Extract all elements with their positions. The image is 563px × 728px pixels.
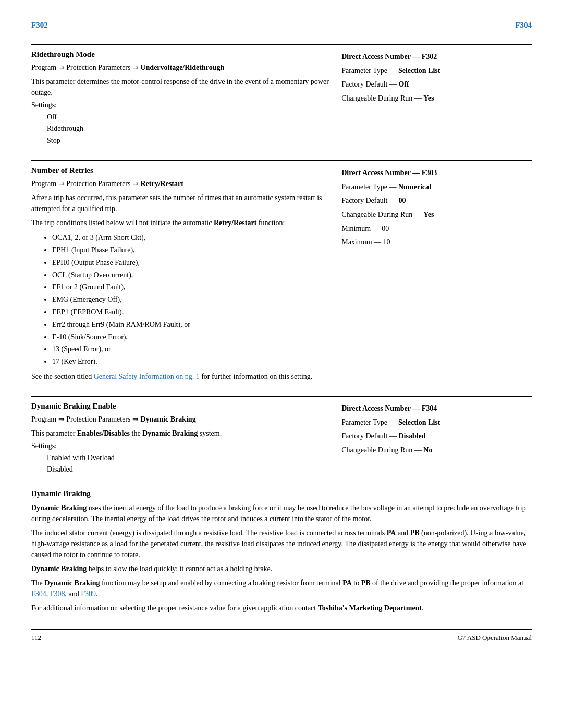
ridethrough-right: Direct Access Number — F302 Parameter Ty… (341, 50, 532, 150)
dbe-param-type: Parameter Type — Selection List (341, 416, 532, 430)
dbe-settings-label: Settings: (31, 442, 331, 450)
page: F302 F304 Ridethrough Mode Program ⇒ Pro… (0, 0, 563, 728)
direct-access-value-1: F302 (422, 53, 437, 60)
arrow-2a: ⇒ (58, 180, 67, 188)
direct-access-value-3: F304 (422, 404, 437, 412)
dbe-program: Program ⇒ Protection Parameters ⇒ Dynami… (31, 415, 331, 424)
changeable-label-3: Changeable During Run — (341, 446, 422, 454)
arrow-3b: ⇒ (132, 415, 141, 423)
dbe-settings: Enabled with Overload Disabled (47, 452, 331, 476)
changeable-label-2: Changeable During Run — (341, 211, 422, 218)
dbe-desc-prefix: This parameter (31, 429, 77, 437)
ridethrough-changeable: Changeable During Run — Yes (341, 92, 532, 106)
footer: 112 G7 ASD Operation Manual (31, 629, 532, 642)
db-comma2: , and (65, 590, 81, 598)
bullet-7: EEP1 (EEPROM Fault), (52, 306, 331, 318)
db-pb-2: PB (361, 579, 371, 587)
bullet-5: EF1 or 2 (Ground Fault), (52, 281, 331, 293)
arrow-1b: ⇒ (132, 64, 141, 71)
ridethrough-param-type: Parameter Type — Selection List (341, 64, 532, 78)
param-type-value-2: Numerical (398, 183, 431, 191)
db-text-4d: of the drive and providing the proper in… (371, 579, 524, 587)
db-para-3: Dynamic Braking helps to slow the load q… (31, 563, 532, 574)
see-section: See the section titled General Safety In… (31, 371, 331, 382)
bullet-3: EPH0 (Output Phase Failure), (52, 256, 331, 269)
db-text-1: uses the inertial energy of the load to … (31, 504, 526, 523)
retries-bullet-list: OCA1, 2, or 3 (Arm Short Ckt), EPH1 (Inp… (52, 231, 331, 368)
retries-desc1: After a trip has occurred, this paramete… (31, 192, 331, 214)
param-type-label-2: Parameter Type — (341, 183, 396, 191)
direct-access-label-3: Direct Access Number — (341, 404, 420, 412)
retries-maximum: Maximum — 10 (341, 236, 532, 250)
bullet-2: EPH1 (Input Phase Failure), (52, 244, 331, 256)
changeable-value-3: No (423, 446, 432, 454)
arrow-2b: ⇒ (132, 180, 141, 188)
retries-desc2-suffix: function: (256, 219, 285, 227)
link-f308[interactable]: F308 (50, 590, 65, 598)
direct-access-value-2: F303 (422, 169, 437, 177)
factory-default-label-1: Factory Default — (341, 80, 397, 88)
changeable-label-1: Changeable During Run — (341, 94, 422, 102)
ridethrough-desc: This parameter determines the motor-cont… (31, 76, 331, 98)
retries-right: Direct Access Number — F303 Parameter Ty… (341, 166, 532, 385)
db-period2: . (422, 604, 424, 612)
section-dynamic-braking-enable: Dynamic Braking Enable Program ⇒ Protect… (31, 396, 532, 479)
bullet-1: OCA1, 2, or 3 (Arm Short Ckt), (52, 231, 331, 244)
dynamic-braking-title: Dynamic Braking (31, 489, 532, 498)
top-nav: F302 F304 (31, 21, 532, 33)
retries-left: Number of Retries Program ⇒ Protection P… (31, 166, 331, 385)
manual-title: G7 ASD Operation Manual (457, 634, 532, 642)
setting-off: Off (47, 112, 331, 123)
ridethrough-settings-label: Settings: (31, 101, 331, 109)
dbe-direct-access: Direct Access Number — F304 (341, 402, 532, 416)
nav-f302[interactable]: F302 (31, 21, 48, 30)
factory-default-value-3: Disabled (398, 432, 425, 440)
dbe-bold: Dynamic Braking (140, 415, 195, 423)
bullet-8: Err2 through Err9 (Main RAM/ROM Fault), … (52, 318, 331, 331)
setting-ridethrough: Ridethrough (47, 123, 331, 134)
link-f309[interactable]: F309 (81, 590, 96, 598)
ridethrough-factory-default: Factory Default — Off (341, 78, 532, 92)
db-text-2a: The induced stator current (energy) is d… (31, 529, 387, 537)
param-type-value-3: Selection List (398, 418, 440, 426)
retries-program: Program ⇒ Protection Parameters ⇒ Retry/… (31, 179, 331, 188)
db-para-2: The induced stator current (energy) is d… (31, 527, 532, 560)
factory-default-value-1: Off (398, 80, 409, 88)
section-number-of-retries: Number of Retries Program ⇒ Protection P… (31, 160, 532, 385)
db-text-2b: and (396, 529, 410, 537)
db-para-1: Dynamic Braking uses the inertial energy… (31, 502, 532, 524)
arrow-3a: ⇒ (58, 415, 67, 423)
setting-stop: Stop (47, 135, 331, 146)
program-prefix-1: Program (31, 64, 56, 71)
see-section-suffix: for further information on this setting. (200, 373, 313, 380)
see-section-prefix: See the section titled (31, 373, 94, 380)
db-pa-1: PA (387, 529, 396, 537)
ridethrough-program: Program ⇒ Protection Parameters ⇒ Underv… (31, 63, 331, 72)
program-prefix-2: Program (31, 180, 56, 188)
retries-direct-access: Direct Access Number — F303 (341, 166, 532, 180)
db-text-5a: For additional information on selecting … (31, 604, 318, 612)
link-f304[interactable]: F304 (31, 590, 46, 598)
dbe-dynamic-braking: Dynamic Braking (142, 429, 198, 437)
db-text-4b: function may be setup and enabled by con… (100, 579, 342, 587)
dbe-title: Dynamic Braking Enable (31, 402, 331, 411)
minimum-value: 00 (382, 225, 389, 232)
dbe-right-info: Direct Access Number — F304 Parameter Ty… (341, 402, 532, 457)
nav-f304[interactable]: F304 (515, 21, 532, 30)
factory-default-label-2: Factory Default — (341, 196, 397, 204)
dbe-desc: This parameter Enables/Disables the Dyna… (31, 428, 331, 439)
ridethrough-bold: Undervoltage/Ridethrough (140, 64, 224, 71)
db-text-4a: The (31, 579, 44, 587)
ridethrough-left: Ridethrough Mode Program ⇒ Protection Pa… (31, 50, 331, 150)
protection-params-1: Protection Parameters (66, 64, 130, 71)
direct-access-label-2: Direct Access Number — (341, 169, 420, 177)
program-prefix-3: Program (31, 415, 56, 423)
bullet-4: OCL (Startup Overcurrent), (52, 269, 331, 281)
page-number: 112 (31, 634, 41, 642)
bullet-10: 13 (Speed Error), or (52, 343, 331, 355)
dbe-enables-disables: Enables/Disables (77, 429, 130, 437)
section-ridethrough-mode: Ridethrough Mode Program ⇒ Protection Pa… (31, 44, 532, 150)
general-safety-link[interactable]: General Safety Information on pg. 1 (94, 373, 200, 380)
retries-desc2-prefix: The trip conditions listed below will no… (31, 219, 214, 227)
dbe-left: Dynamic Braking Enable Program ⇒ Protect… (31, 402, 331, 479)
